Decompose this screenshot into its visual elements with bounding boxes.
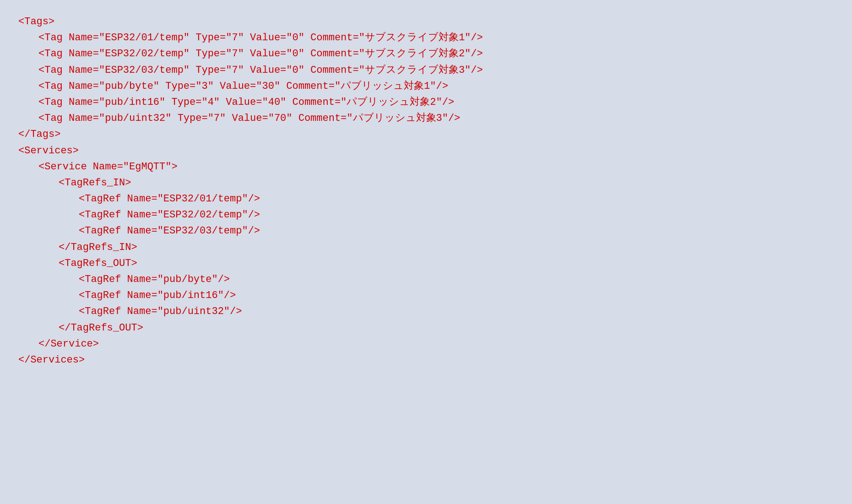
code-line: </Service> [18, 336, 834, 352]
code-line: <Tag Name="ESP32/01/temp" Type="7" Value… [18, 30, 834, 46]
code-line: <Service Name="EgMQTT"> [18, 159, 834, 175]
code-line: <TagRef Name="ESP32/03/temp"/> [18, 223, 834, 239]
code-line: <TagRef Name="pub/uint32"/> [18, 303, 834, 320]
code-display: <Tags><Tag Name="ESP32/01/temp" Type="7"… [18, 14, 834, 368]
code-line: <Tag Name="pub/byte" Type="3" Value="30"… [18, 78, 834, 94]
code-line: <Tag Name="pub/int16" Type="4" Value="40… [18, 94, 834, 110]
code-line: </TagRefs_IN> [18, 239, 834, 255]
code-line: <Tag Name="pub/uint32" Type="7" Value="7… [18, 110, 834, 126]
code-line: <Tag Name="ESP32/02/temp" Type="7" Value… [18, 46, 834, 62]
code-line: <TagRef Name="ESP32/02/temp"/> [18, 207, 834, 223]
code-line: <TagRef Name="ESP32/01/temp"/> [18, 191, 834, 207]
code-line: <Services> [18, 143, 834, 159]
code-line: <TagRefs_OUT> [18, 255, 834, 271]
code-line: <Tag Name="ESP32/03/temp" Type="7" Value… [18, 62, 834, 78]
code-line: </Tags> [18, 126, 834, 142]
code-line: <Tags> [18, 14, 834, 30]
code-line: <TagRef Name="pub/byte"/> [18, 271, 834, 287]
code-line: <TagRefs_IN> [18, 175, 834, 191]
code-line: </Services> [18, 352, 834, 368]
code-line: </TagRefs_OUT> [18, 320, 834, 336]
code-line: <TagRef Name="pub/int16"/> [18, 287, 834, 303]
